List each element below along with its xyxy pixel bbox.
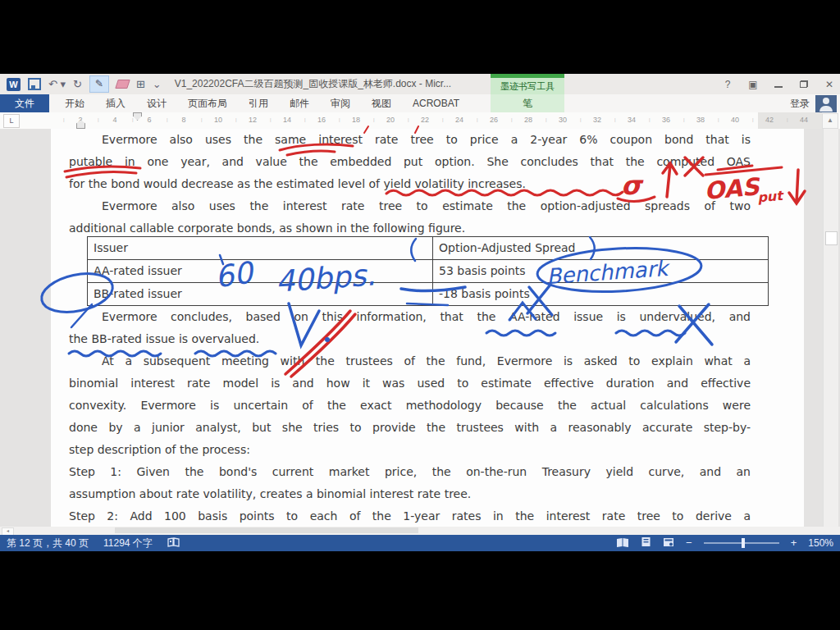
oas-table: Issuer Option-Adjusted Spread AA-rated i… (87, 236, 769, 306)
word-logo-icon: W (7, 78, 21, 91)
read-mode-icon[interactable] (616, 537, 629, 550)
web-layout-icon[interactable] (663, 537, 674, 550)
ruler-tick: | (201, 117, 203, 122)
paragraph: Step 2: Add 100 basis points to each of … (69, 505, 751, 527)
zoom-slider-thumb[interactable] (742, 538, 745, 548)
zoom-level[interactable]: 150% (808, 537, 833, 549)
eraser-icon[interactable] (115, 80, 130, 89)
ruler-number: 38 (696, 116, 705, 124)
ruler-number: 12 (249, 116, 257, 124)
vertical-scrollbar-thumb[interactable] (825, 231, 838, 245)
save-icon[interactable] (28, 78, 41, 90)
vertical-scrollbar[interactable] (823, 129, 838, 527)
ruler-tick: | (235, 117, 237, 122)
zoom-in-button[interactable]: + (791, 538, 797, 548)
ruler-tick: | (718, 117, 719, 122)
ruler-tick: | (787, 117, 788, 122)
word-count[interactable]: 11294 个字 (103, 536, 153, 550)
table-cell: -18 basis points (433, 283, 769, 306)
ruler-number: 6 (147, 116, 151, 124)
word-window: W ↶ ▾ ↻ ✎ ⊞ ⌄ V1_202202CFA二级百题预测_固收授课版_林… (0, 74, 840, 551)
ruler-tick: | (580, 117, 582, 122)
close-icon[interactable]: ✕ (824, 79, 835, 90)
horizontal-scrollbar-thumb[interactable] (115, 527, 418, 533)
doc-line: assumption about rate volatility, create… (69, 483, 751, 505)
tab-design[interactable]: 设计 (136, 94, 177, 112)
first-line-indent-marker[interactable] (133, 112, 142, 121)
pen-icon[interactable]: ✎ (89, 75, 109, 93)
ruler-tick: | (373, 117, 375, 122)
ruler-number: 28 (524, 116, 532, 124)
ruler-number: 4 (112, 116, 116, 124)
tab-insert[interactable]: 插入 (95, 94, 136, 112)
zoom-out-button[interactable]: − (686, 538, 692, 548)
ruler-tick: | (546, 117, 547, 122)
tab-selector-icon[interactable]: L (3, 114, 20, 128)
document-page[interactable]: Evermore also uses the same interest rat… (51, 129, 804, 527)
redo-icon[interactable]: ↻ (73, 78, 82, 91)
ruler-tick: | (442, 117, 444, 122)
doc-line: At a subsequent meeting with the trustee… (69, 350, 751, 372)
minimize-icon[interactable] (773, 79, 784, 90)
horizontal-scrollbar[interactable]: ◂ (0, 527, 840, 535)
ruler-number: 22 (421, 116, 429, 124)
tab-page-layout[interactable]: 页面布局 (177, 94, 238, 112)
title-bar: W ↶ ▾ ↻ ✎ ⊞ ⌄ V1_202202CFA二级百题预测_固收授课版_林… (0, 74, 840, 94)
horizontal-ruler: 2|4|6|8|10|12|14|16|18|20|22|24|26|28|30… (0, 112, 840, 130)
ribbon-tab-row: 文件 开始 插入 设计 页面布局 引用 邮件 审阅 视图 ACROBAT 笔 登… (0, 94, 840, 113)
table-row: Issuer Option-Adjusted Spread (88, 237, 769, 260)
avatar[interactable] (815, 95, 837, 112)
window-controls: ? ▣ ✕ (722, 74, 835, 94)
customize-qat-icon[interactable]: ⌄ (153, 78, 162, 91)
print-layout-icon[interactable] (641, 536, 651, 550)
window-title: V1_202202CFA二级百题预测_固收授课版_林老师.docx - Micr… (175, 77, 451, 91)
doc-line: convexity. Evermore is uncertain of the … (69, 395, 751, 417)
table-icon[interactable]: ⊞ (136, 79, 145, 90)
ruler-number: 24 (455, 116, 463, 124)
ruler-number: 30 (559, 116, 567, 124)
paragraph: Evermore also uses the interest rate tre… (69, 195, 751, 240)
ruler-number: 44 (800, 116, 808, 124)
tab-pen[interactable]: 笔 (491, 94, 564, 112)
zoom-slider[interactable] (704, 542, 779, 544)
tab-references[interactable]: 引用 (238, 94, 279, 112)
help-icon[interactable]: ? (722, 79, 733, 90)
quick-access-toolbar: W ↶ ▾ ↻ ✎ ⊞ ⌄ (7, 75, 162, 93)
tab-mailings[interactable]: 邮件 (279, 94, 320, 112)
ruler-number: 8 (181, 116, 185, 124)
doc-line: the BB-rated issue is overvalued. (69, 328, 751, 350)
ruler-number: 40 (731, 116, 739, 124)
tab-acrobat[interactable]: ACROBAT (402, 94, 470, 112)
doc-line: Step 1: Given the bond's current market … (69, 461, 751, 483)
doc-line: Step 2: Add 100 basis points to each of … (69, 505, 751, 527)
ruler-tick: | (167, 117, 168, 122)
status-bar: 第 12 页，共 40 页 11294 个字 − (0, 535, 840, 551)
ink-tools-group: 墨迹书写工具 (491, 74, 564, 94)
tab-review[interactable]: 审阅 (320, 94, 361, 112)
doc-line: putable in one year, and value the embed… (69, 151, 751, 173)
page-indicator[interactable]: 第 12 页，共 40 页 (7, 536, 89, 550)
tab-view[interactable]: 视图 (361, 94, 402, 112)
ruler-number: 42 (765, 116, 774, 124)
undo-icon[interactable]: ↶ ▾ (48, 78, 66, 91)
proofing-icon[interactable] (167, 537, 180, 550)
table-row: BB-rated issuer -18 basis points (88, 283, 769, 306)
ruler-number: 20 (386, 116, 395, 124)
document-content: Evermore also uses the same interest rat… (69, 129, 751, 527)
ruler-tick: | (132, 117, 134, 122)
doc-line: step description of the process: (69, 439, 751, 461)
ruler-number: 14 (283, 116, 291, 124)
ruler-number: 36 (662, 116, 670, 124)
tab-home[interactable]: 开始 (54, 94, 95, 112)
paragraph: At a subsequent meeting with the trustee… (69, 350, 751, 461)
scroll-up-icon[interactable]: ▲ (822, 113, 838, 129)
ruler-tick: | (614, 117, 616, 122)
tab-file[interactable]: 文件 (0, 94, 49, 112)
ruler-tick: | (98, 117, 99, 122)
ruler-tick: | (649, 117, 651, 122)
sign-in-link[interactable]: 登录 (790, 97, 810, 111)
table-cell: Issuer (88, 237, 433, 260)
ribbon-display-icon[interactable]: ▣ (747, 79, 759, 90)
doc-line: Evermore concludes, based on this inform… (69, 306, 751, 328)
restore-icon[interactable] (798, 79, 810, 90)
